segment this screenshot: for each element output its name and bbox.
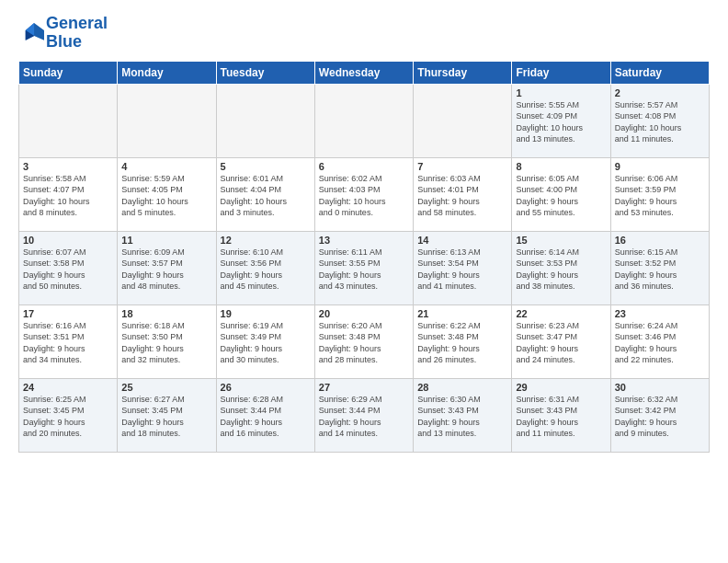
calendar-week-row: 3Sunrise: 5:58 AM Sunset: 4:07 PM Daylig… <box>19 157 710 231</box>
calendar-cell: 21Sunrise: 6:22 AM Sunset: 3:48 PM Dayli… <box>414 304 512 378</box>
calendar-cell <box>19 84 118 157</box>
day-number: 7 <box>417 161 507 172</box>
day-info: Sunrise: 6:13 AM Sunset: 3:54 PM Dayligh… <box>417 247 507 293</box>
calendar-cell <box>118 84 216 157</box>
calendar-cell: 10Sunrise: 6:07 AM Sunset: 3:58 PM Dayli… <box>19 231 118 304</box>
calendar-cell: 7Sunrise: 6:03 AM Sunset: 4:01 PM Daylig… <box>414 157 512 231</box>
day-info: Sunrise: 6:30 AM Sunset: 3:43 PM Dayligh… <box>417 394 507 440</box>
calendar-cell: 14Sunrise: 6:13 AM Sunset: 3:54 PM Dayli… <box>414 231 512 304</box>
day-number: 19 <box>221 308 311 319</box>
day-info: Sunrise: 6:09 AM Sunset: 3:57 PM Dayligh… <box>121 247 211 293</box>
logo-text: General Blue <box>46 15 108 52</box>
weekday-header: Tuesday <box>216 61 314 84</box>
day-info: Sunrise: 6:05 AM Sunset: 4:00 PM Dayligh… <box>516 173 606 219</box>
day-number: 3 <box>23 161 113 172</box>
day-number: 5 <box>221 161 311 172</box>
day-number: 16 <box>615 235 705 246</box>
day-number: 2 <box>615 87 705 98</box>
day-info: Sunrise: 6:27 AM Sunset: 3:45 PM Dayligh… <box>121 394 211 440</box>
day-info: Sunrise: 6:19 AM Sunset: 3:49 PM Dayligh… <box>221 320 311 366</box>
logo-icon <box>18 20 44 46</box>
day-info: Sunrise: 6:15 AM Sunset: 3:52 PM Dayligh… <box>615 247 705 293</box>
day-number: 4 <box>121 161 211 172</box>
page: General Blue SundayMondayTuesdayWednesda… <box>0 0 728 563</box>
day-number: 27 <box>319 382 409 393</box>
calendar-cell: 23Sunrise: 6:24 AM Sunset: 3:46 PM Dayli… <box>610 304 709 378</box>
day-number: 1 <box>516 87 606 98</box>
day-number: 28 <box>417 382 507 393</box>
day-info: Sunrise: 6:16 AM Sunset: 3:51 PM Dayligh… <box>23 320 113 366</box>
day-info: Sunrise: 6:11 AM Sunset: 3:55 PM Dayligh… <box>319 247 409 293</box>
day-number: 15 <box>516 235 606 246</box>
day-number: 17 <box>23 308 113 319</box>
calendar-week-row: 24Sunrise: 6:25 AM Sunset: 3:45 PM Dayli… <box>19 378 710 452</box>
day-info: Sunrise: 5:55 AM Sunset: 4:09 PM Dayligh… <box>516 99 606 145</box>
calendar-header-row: SundayMondayTuesdayWednesdayThursdayFrid… <box>19 61 710 84</box>
day-info: Sunrise: 5:58 AM Sunset: 4:07 PM Dayligh… <box>23 173 113 219</box>
calendar-cell: 26Sunrise: 6:28 AM Sunset: 3:44 PM Dayli… <box>216 378 314 452</box>
calendar-cell: 20Sunrise: 6:20 AM Sunset: 3:48 PM Dayli… <box>314 304 413 378</box>
weekday-header: Wednesday <box>314 61 413 84</box>
day-info: Sunrise: 6:25 AM Sunset: 3:45 PM Dayligh… <box>23 394 113 440</box>
calendar-cell: 9Sunrise: 6:06 AM Sunset: 3:59 PM Daylig… <box>610 157 709 231</box>
day-info: Sunrise: 6:07 AM Sunset: 3:58 PM Dayligh… <box>23 247 113 293</box>
day-number: 26 <box>221 382 311 393</box>
day-number: 24 <box>23 382 113 393</box>
calendar-cell: 4Sunrise: 5:59 AM Sunset: 4:05 PM Daylig… <box>118 157 216 231</box>
day-info: Sunrise: 6:29 AM Sunset: 3:44 PM Dayligh… <box>319 394 409 440</box>
calendar-cell: 8Sunrise: 6:05 AM Sunset: 4:00 PM Daylig… <box>512 157 610 231</box>
calendar-cell: 29Sunrise: 6:31 AM Sunset: 3:43 PM Dayli… <box>512 378 610 452</box>
calendar-cell: 6Sunrise: 6:02 AM Sunset: 4:03 PM Daylig… <box>314 157 413 231</box>
calendar-cell: 25Sunrise: 6:27 AM Sunset: 3:45 PM Dayli… <box>118 378 216 452</box>
day-number: 8 <box>516 161 606 172</box>
weekday-header: Sunday <box>19 61 118 84</box>
day-number: 12 <box>221 235 311 246</box>
day-info: Sunrise: 6:10 AM Sunset: 3:56 PM Dayligh… <box>221 247 311 293</box>
day-info: Sunrise: 6:32 AM Sunset: 3:42 PM Dayligh… <box>615 394 705 440</box>
calendar-cell: 30Sunrise: 6:32 AM Sunset: 3:42 PM Dayli… <box>610 378 709 452</box>
day-number: 25 <box>121 382 211 393</box>
day-info: Sunrise: 6:20 AM Sunset: 3:48 PM Dayligh… <box>319 320 409 366</box>
day-number: 29 <box>516 382 606 393</box>
header: General Blue <box>18 15 710 52</box>
day-number: 14 <box>417 235 507 246</box>
day-number: 9 <box>615 161 705 172</box>
calendar-cell: 1Sunrise: 5:55 AM Sunset: 4:09 PM Daylig… <box>512 84 610 157</box>
weekday-header: Friday <box>512 61 610 84</box>
calendar-cell: 5Sunrise: 6:01 AM Sunset: 4:04 PM Daylig… <box>216 157 314 231</box>
day-number: 13 <box>319 235 409 246</box>
calendar-cell <box>414 84 512 157</box>
calendar-cell: 24Sunrise: 6:25 AM Sunset: 3:45 PM Dayli… <box>19 378 118 452</box>
day-number: 18 <box>121 308 211 319</box>
day-info: Sunrise: 6:28 AM Sunset: 3:44 PM Dayligh… <box>221 394 311 440</box>
calendar-cell: 19Sunrise: 6:19 AM Sunset: 3:49 PM Dayli… <box>216 304 314 378</box>
day-number: 6 <box>319 161 409 172</box>
calendar-cell: 18Sunrise: 6:18 AM Sunset: 3:50 PM Dayli… <box>118 304 216 378</box>
weekday-header: Saturday <box>610 61 709 84</box>
calendar-cell: 2Sunrise: 5:57 AM Sunset: 4:08 PM Daylig… <box>610 84 709 157</box>
calendar-cell: 17Sunrise: 6:16 AM Sunset: 3:51 PM Dayli… <box>19 304 118 378</box>
day-info: Sunrise: 6:22 AM Sunset: 3:48 PM Dayligh… <box>417 320 507 366</box>
day-info: Sunrise: 6:24 AM Sunset: 3:46 PM Dayligh… <box>615 320 705 366</box>
day-number: 22 <box>516 308 606 319</box>
day-info: Sunrise: 6:02 AM Sunset: 4:03 PM Dayligh… <box>319 173 409 219</box>
day-number: 30 <box>615 382 705 393</box>
calendar-week-row: 17Sunrise: 6:16 AM Sunset: 3:51 PM Dayli… <box>19 304 710 378</box>
day-number: 11 <box>121 235 211 246</box>
calendar-cell: 27Sunrise: 6:29 AM Sunset: 3:44 PM Dayli… <box>314 378 413 452</box>
day-number: 23 <box>615 308 705 319</box>
calendar-cell: 16Sunrise: 6:15 AM Sunset: 3:52 PM Dayli… <box>610 231 709 304</box>
logo: General Blue <box>18 15 108 52</box>
day-number: 20 <box>319 308 409 319</box>
calendar-week-row: 10Sunrise: 6:07 AM Sunset: 3:58 PM Dayli… <box>19 231 710 304</box>
calendar-cell: 28Sunrise: 6:30 AM Sunset: 3:43 PM Dayli… <box>414 378 512 452</box>
day-info: Sunrise: 6:03 AM Sunset: 4:01 PM Dayligh… <box>417 173 507 219</box>
day-info: Sunrise: 6:14 AM Sunset: 3:53 PM Dayligh… <box>516 247 606 293</box>
weekday-header: Thursday <box>414 61 512 84</box>
calendar-table: SundayMondayTuesdayWednesdayThursdayFrid… <box>18 61 710 453</box>
day-info: Sunrise: 5:59 AM Sunset: 4:05 PM Dayligh… <box>121 173 211 219</box>
day-info: Sunrise: 6:18 AM Sunset: 3:50 PM Dayligh… <box>121 320 211 366</box>
calendar-cell <box>314 84 413 157</box>
calendar-cell: 12Sunrise: 6:10 AM Sunset: 3:56 PM Dayli… <box>216 231 314 304</box>
day-info: Sunrise: 6:06 AM Sunset: 3:59 PM Dayligh… <box>615 173 705 219</box>
